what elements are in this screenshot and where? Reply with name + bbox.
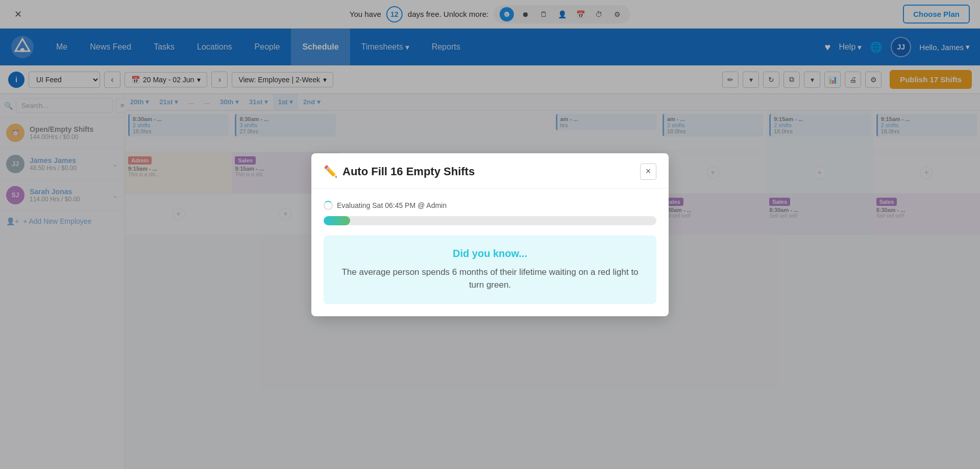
evaluating-row: Evaluating Sat 06:45 PM @ Admin — [324, 201, 656, 210]
modal-body: Evaluating Sat 06:45 PM @ Admin Did you … — [311, 189, 669, 316]
autofill-modal: ✏️ Auto Fill 16 Empty Shifts × Evaluatin… — [311, 153, 669, 316]
loading-spinner — [324, 201, 333, 210]
did-you-know-text: The average person spends 6 months of th… — [340, 266, 640, 292]
did-you-know-box: Did you know... The average person spend… — [324, 236, 656, 304]
modal-overlay[interactable]: ✏️ Auto Fill 16 Empty Shifts × Evaluatin… — [0, 0, 980, 469]
modal-header: ✏️ Auto Fill 16 Empty Shifts × — [311, 153, 669, 189]
did-you-know-title: Did you know... — [340, 248, 640, 260]
modal-title: ✏️ Auto Fill 16 Empty Shifts — [324, 165, 475, 178]
modal-close-button[interactable]: × — [640, 163, 656, 180]
evaluating-text: Evaluating Sat 06:45 PM @ Admin — [337, 201, 447, 209]
progress-bar-background — [324, 216, 656, 225]
modal-title-icon: ✏️ — [324, 165, 337, 178]
modal-title-text: Auto Fill 16 Empty Shifts — [342, 165, 475, 178]
progress-bar-fill — [324, 216, 350, 225]
